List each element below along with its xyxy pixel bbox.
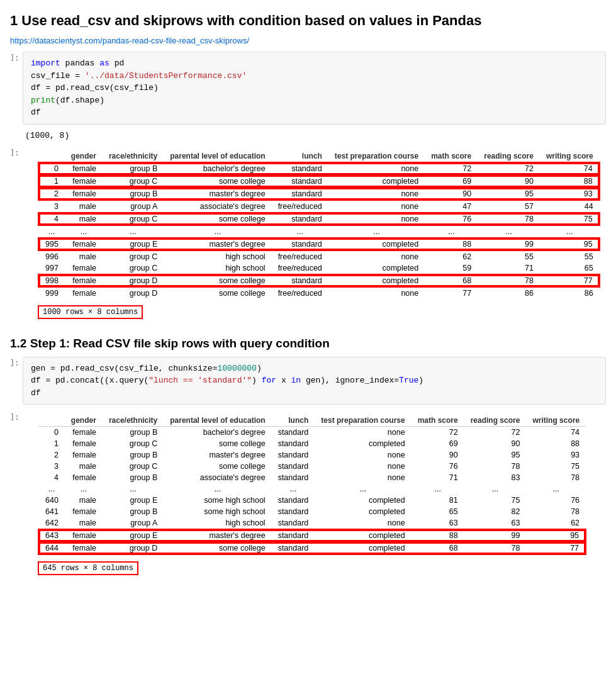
- table-cell: bachelor's degree: [164, 162, 271, 175]
- table-cell: none: [328, 188, 425, 200]
- table-row: 999femalegroup Dsome collegefree/reduced…: [38, 287, 600, 299]
- table-cell: 62: [425, 250, 478, 262]
- col-writing: writing score: [540, 150, 600, 162]
- table-cell: 76: [412, 461, 464, 472]
- table-row: 996malegroup Chigh schoolfree/reducednon…: [38, 250, 600, 262]
- table-cell: 90: [425, 188, 478, 200]
- table-row: 2femalegroup Bmaster's degreestandardnon…: [38, 188, 600, 200]
- table-row: 2femalegroup Bmaster's degreestandardnon…: [38, 449, 586, 461]
- table-row: 3malegroup Csome collegestandardnone7678…: [38, 461, 586, 472]
- col-lunch2: lunch: [272, 415, 315, 427]
- table-cell: completed: [315, 438, 411, 449]
- col-reading: reading score: [478, 150, 540, 162]
- table-cell: high school: [164, 517, 271, 529]
- table-cell: 95: [540, 238, 600, 250]
- table-cell: 65: [412, 506, 464, 517]
- table-cell: 4: [38, 472, 65, 483]
- table-cell: master's degree: [164, 529, 271, 542]
- table-cell: ...: [464, 483, 527, 495]
- table-cell: 88: [412, 529, 464, 542]
- table-cell: 72: [464, 427, 527, 439]
- table-cell: 74: [540, 162, 600, 175]
- table-cell: standard: [272, 517, 315, 529]
- table-cell: none: [328, 200, 425, 213]
- table-cell: 641: [38, 506, 65, 517]
- col-race2: race/ethnicity: [103, 415, 164, 427]
- table-cell: standard: [272, 529, 315, 542]
- table-cell: 69: [425, 175, 478, 188]
- table-row: 3malegroup Aassociate's degreefree/reduc…: [38, 200, 600, 213]
- table-cell: 78: [464, 542, 527, 554]
- table-cell: female: [65, 506, 103, 517]
- table-cell: 99: [464, 529, 527, 542]
- table-cell: ...: [38, 483, 65, 495]
- code-block-1[interactable]: import pandas as pd csv_file = '../data/…: [23, 52, 606, 125]
- table-cell: group C: [103, 438, 164, 449]
- table-cell: 86: [478, 287, 540, 299]
- table-cell: 3: [38, 461, 65, 472]
- table-cell: 642: [38, 517, 65, 529]
- col-index2: [38, 415, 65, 427]
- table-cell: 65: [540, 262, 600, 274]
- table-cell: standard: [272, 188, 328, 200]
- table-cell: 76: [526, 495, 586, 506]
- table-cell: master's degree: [164, 188, 271, 200]
- table-cell: 69: [412, 438, 464, 449]
- table-row: 4femalegroup Bassociate's degreestandard…: [38, 472, 586, 483]
- table-cell: ...: [65, 225, 103, 238]
- table-cell: group B: [103, 449, 164, 461]
- table-cell: completed: [315, 542, 411, 554]
- cell-label-2: ]:: [10, 357, 23, 368]
- table-cell: 1: [38, 175, 65, 188]
- table-cell: none: [315, 449, 411, 461]
- table-cell: bachelor's degree: [164, 427, 271, 439]
- table-cell: 71: [412, 472, 464, 483]
- table-cell: female: [65, 438, 103, 449]
- table-cell: 90: [478, 175, 540, 188]
- table-cell: 63: [412, 517, 464, 529]
- table-row: 644femalegroup Dsome collegestandardcomp…: [38, 542, 586, 554]
- table-cell: completed: [328, 262, 425, 274]
- table-row: 997femalegroup Chigh schoolfree/reducedc…: [38, 262, 600, 274]
- table-cell: none: [328, 162, 425, 175]
- table-cell: group D: [103, 287, 164, 299]
- table-shape-1: 1000 rows × 8 columns: [38, 305, 143, 319]
- table-cell: 3: [38, 200, 65, 213]
- table-cell: 55: [540, 250, 600, 262]
- table-cell: master's degree: [164, 449, 271, 461]
- table-row: 641femalegroup Bsome high schoolstandard…: [38, 506, 586, 517]
- table-cell: some college: [164, 213, 271, 225]
- table-output-1: gender race/ethnicity parental level of …: [23, 147, 606, 322]
- col-index: [38, 150, 65, 162]
- table-cell: group E: [103, 529, 164, 542]
- page-link[interactable]: https://datascientyst.com/pandas-read-cs…: [10, 36, 249, 45]
- table-cell: ...: [272, 483, 315, 495]
- code-cell-1: ]: import pandas as pd csv_file = '../da…: [10, 52, 606, 125]
- table-cell: standard: [272, 542, 315, 554]
- table-cell: ...: [412, 483, 464, 495]
- table-cell: some college: [164, 287, 271, 299]
- table-cell: associate's degree: [164, 200, 271, 213]
- code-block-2[interactable]: gen = pd.read_csv(csv_file, chunksize=10…: [23, 357, 606, 405]
- table-cell: 47: [425, 200, 478, 213]
- table-cell: some college: [164, 542, 271, 554]
- table-cell: 88: [540, 175, 600, 188]
- table-cell: 2: [38, 449, 65, 461]
- table-cell: female: [65, 175, 103, 188]
- df-table-2: gender race/ethnicity parental level of …: [38, 415, 586, 555]
- table-cell: 78: [478, 213, 540, 225]
- table-cell: 63: [464, 517, 527, 529]
- table-row: 998femalegroup Dsome collegestandardcomp…: [38, 274, 600, 287]
- table-cell: group C: [103, 175, 164, 188]
- col-test: test preparation course: [328, 150, 425, 162]
- table-cell: 99: [478, 238, 540, 250]
- table-cell: female: [65, 287, 103, 299]
- table-row: 1femalegroup Csome collegestandardcomple…: [38, 438, 586, 449]
- table-cell: 995: [38, 238, 65, 250]
- col-race: race/ethnicity: [103, 150, 164, 162]
- table-cell: 4: [38, 213, 65, 225]
- table-row: 640malegroup Esome high schoolstandardco…: [38, 495, 586, 506]
- table-row: ...........................: [38, 483, 586, 495]
- table-cell: 44: [540, 200, 600, 213]
- table-cell: 83: [464, 472, 527, 483]
